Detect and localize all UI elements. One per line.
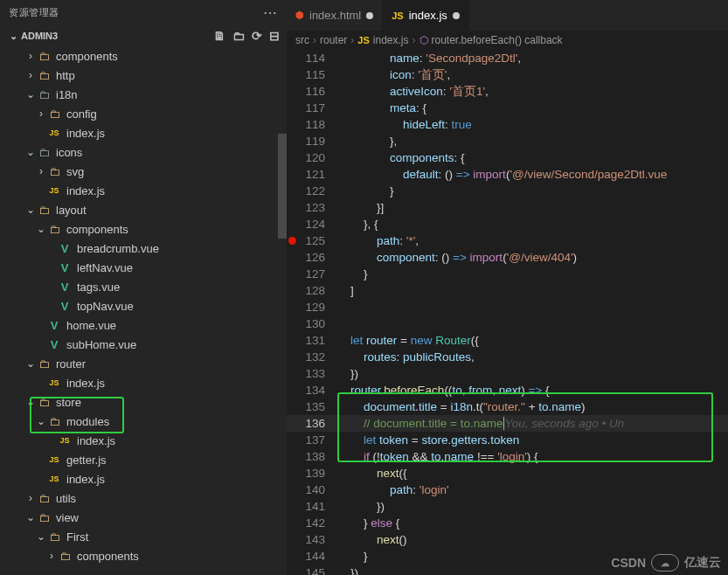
editor-tab[interactable]: JSindex.js — [383, 0, 469, 31]
code-content[interactable]: }) — [337, 365, 358, 382]
line-number[interactable]: 125 — [287, 232, 337, 249]
code-line[interactable]: 131 let router = new Router({ — [287, 332, 728, 349]
line-number[interactable]: 134 — [287, 382, 337, 398]
line-number[interactable]: 138 — [287, 448, 337, 465]
line-number[interactable]: 115 — [287, 66, 337, 83]
file-tree[interactable]: ›🗀components›🗀http⌄🗀i18n›🗀configJSindex.… — [0, 46, 287, 575]
code-line[interactable]: 129 — [287, 299, 728, 315]
code-line[interactable]: 126 component: () => import('@/view/404'… — [287, 249, 728, 266]
line-number[interactable]: 145 — [287, 565, 337, 575]
code-content[interactable]: if (!token && to.name !== 'login') { — [337, 448, 538, 465]
folder-item[interactable]: ⌄🗀router — [0, 354, 287, 373]
code-line[interactable]: 127 } — [287, 266, 728, 282]
code-content[interactable]: } else { — [337, 515, 399, 531]
line-number[interactable]: 119 — [287, 133, 337, 149]
twistie-icon[interactable] — [35, 377, 47, 389]
file-item[interactable]: Vtags.vue — [0, 277, 287, 296]
code-line[interactable]: 128 ] — [287, 282, 728, 299]
twistie-icon[interactable]: › — [24, 492, 37, 504]
line-number[interactable]: 133 — [287, 365, 337, 382]
code-content[interactable]: path: 'login' — [337, 481, 449, 498]
code-editor[interactable]: 114 name: 'Secondpage2Dtl',115 icon: '首页… — [287, 50, 728, 575]
line-number[interactable]: 140 — [287, 481, 337, 498]
file-item[interactable]: JSgetter.js — [0, 450, 287, 469]
code-content[interactable]: name: 'Secondpage2Dtl', — [337, 50, 521, 66]
twistie-icon[interactable]: ⌄ — [35, 530, 47, 543]
folder-item[interactable]: ⌄🗀icons — [0, 142, 287, 162]
code-content[interactable]: // document.title = to.nameYou, seconds … — [337, 415, 633, 432]
twistie-icon[interactable] — [45, 300, 58, 312]
code-content[interactable]: meta: { — [337, 100, 426, 116]
line-number[interactable]: 139 — [287, 465, 337, 481]
twistie-icon[interactable] — [45, 261, 58, 274]
code-line[interactable]: 120 components: { — [287, 149, 728, 166]
folder-item[interactable]: ⌄🗀view — [0, 508, 287, 527]
breadcrumb-segment[interactable]: router.beforeEach() callback — [432, 34, 563, 46]
folder-item[interactable]: ›🗀utils — [0, 488, 287, 508]
code-line[interactable]: 119 }, — [287, 133, 728, 149]
code-line[interactable]: 133 }) — [287, 365, 728, 382]
code-content[interactable]: } — [337, 183, 394, 199]
line-number[interactable]: 136 — [287, 415, 337, 432]
twistie-icon[interactable]: ⌄ — [24, 357, 37, 370]
line-number[interactable]: 114 — [287, 50, 337, 66]
new-file-icon[interactable]: 🗎 — [213, 29, 225, 43]
code-content[interactable]: }) — [337, 565, 358, 575]
code-line[interactable]: 117 meta: { — [287, 100, 728, 116]
code-content[interactable]: }] — [337, 199, 384, 216]
twistie-icon[interactable]: ⌄ — [24, 146, 37, 158]
file-item[interactable]: VtopNav.vue — [0, 296, 287, 315]
folder-item[interactable]: ⌄🗀modules — [0, 412, 287, 431]
twistie-icon[interactable] — [35, 184, 47, 197]
twistie-icon[interactable]: › — [24, 50, 37, 62]
code-line[interactable]: 138 if (!token && to.name !== 'login') { — [287, 448, 728, 465]
code-content[interactable]: component: () => import('@/view/404') — [337, 249, 577, 266]
code-content[interactable]: default: () => import('@/view/Second/pag… — [337, 166, 667, 183]
code-content[interactable]: }, { — [337, 216, 378, 232]
line-number[interactable]: 132 — [287, 349, 337, 365]
twistie-icon[interactable] — [45, 281, 58, 293]
code-line[interactable]: 125 path: '*', — [287, 232, 728, 249]
line-number[interactable]: 130 — [287, 315, 337, 332]
folder-item[interactable]: ⌄🗀layout — [0, 200, 287, 219]
breadcrumb-segment[interactable]: src — [295, 34, 309, 46]
code-line[interactable]: 137 let token = store.getters.token — [287, 432, 728, 448]
file-item[interactable]: Vhome.vue — [0, 315, 287, 335]
line-number[interactable]: 131 — [287, 332, 337, 349]
code-content[interactable]: components: { — [337, 149, 465, 166]
file-item[interactable]: VleftNav.vue — [0, 258, 287, 277]
code-line[interactable]: 141 }) — [287, 498, 728, 515]
line-number[interactable]: 121 — [287, 166, 337, 183]
code-content[interactable]: let router = new Router({ — [337, 332, 479, 349]
code-content[interactable]: router.beforeEach((to, from, next) => { — [337, 382, 550, 398]
twistie-icon[interactable]: › — [35, 165, 47, 177]
workspace-section-header[interactable]: ⌄ ADMIN3 🗎 🗀 ⟳ ⊟ — [0, 25, 287, 46]
code-content[interactable]: icon: '首页', — [337, 66, 450, 83]
code-line[interactable]: 123 }] — [287, 199, 728, 216]
file-item[interactable]: JSindex.js — [0, 469, 287, 488]
line-number[interactable]: 128 — [287, 282, 337, 299]
folder-item[interactable]: ›🗀http — [0, 66, 287, 85]
code-content[interactable]: next() — [337, 531, 407, 548]
more-icon[interactable]: ⋯ — [263, 4, 278, 21]
code-content[interactable]: routes: publicRoutes, — [337, 349, 475, 365]
line-number[interactable]: 122 — [287, 183, 337, 199]
twistie-icon[interactable]: ⌄ — [35, 223, 47, 235]
refresh-icon[interactable]: ⟳ — [252, 29, 262, 43]
code-line[interactable]: 143 next() — [287, 531, 728, 548]
breadcrumb-segment[interactable]: router — [320, 34, 347, 46]
folder-item[interactable]: ›🗀config — [0, 104, 287, 123]
code-line[interactable]: 122 } — [287, 183, 728, 199]
code-content[interactable]: let token = store.getters.token — [337, 432, 519, 448]
twistie-icon[interactable]: ⌄ — [35, 415, 47, 427]
folder-item[interactable]: ›🗀components — [0, 46, 287, 66]
line-number[interactable]: 135 — [287, 398, 337, 415]
code-content[interactable]: } — [337, 548, 368, 565]
breadcrumb[interactable]: src› router›JS index.js›⬡ router.beforeE… — [287, 31, 728, 50]
twistie-icon[interactable] — [35, 454, 47, 466]
twistie-icon[interactable]: ⌄ — [24, 88, 37, 100]
line-number[interactable]: 118 — [287, 116, 337, 133]
file-item[interactable]: JSindex.js — [0, 373, 287, 392]
twistie-icon[interactable] — [45, 434, 58, 447]
code-line[interactable]: 139 next({ — [287, 465, 728, 481]
